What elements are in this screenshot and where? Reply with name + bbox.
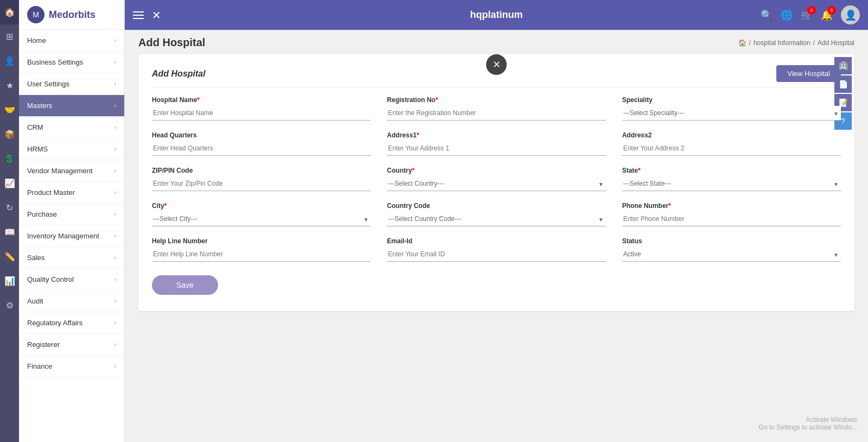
select-country-code[interactable]: ---Select Country Code---: [387, 212, 605, 226]
input-phone-number[interactable]: [622, 212, 841, 226]
chevron-icon: ›: [114, 211, 116, 217]
main-sidebar: M Medorbits Home › Business Settings › U…: [19, 0, 125, 442]
sidebar-item-crm-label: CRM: [27, 123, 43, 131]
select-wrapper-state: ---Select State---: [622, 176, 841, 191]
sidebar-item-sales[interactable]: Sales ›: [19, 247, 124, 269]
chevron-icon: ›: [114, 342, 116, 348]
sidebar-item-purchase[interactable]: Purchase ›: [19, 204, 124, 225]
icon-book[interactable]: 📖: [0, 220, 19, 244]
form-group-help-line-number: Help Line Number: [152, 237, 371, 262]
label-speciality: Speciality: [622, 96, 841, 104]
user-avatar[interactable]: 👤: [841, 5, 860, 24]
sidebar-item-inventory-management[interactable]: Inventory Management ›: [19, 225, 124, 247]
chevron-icon: ›: [114, 59, 116, 65]
form-group-state: State* ---Select State---: [622, 167, 841, 191]
input-hospital-name[interactable]: [152, 106, 371, 121]
icon-settings2[interactable]: ⚙: [0, 293, 19, 318]
sidebar-item-business-settings-label: Business Settings: [27, 58, 83, 66]
sidebar-item-hrms[interactable]: HRMS ›: [19, 138, 124, 160]
right-panel-icons: 🏥 📄 📝 ?: [832, 54, 854, 132]
icon-activity[interactable]: 📈: [0, 171, 19, 195]
sidebar-item-registerer-label: Registerer: [27, 340, 60, 349]
sidebar-item-purchase-label: Purchase: [27, 210, 57, 218]
sidebar-item-inventory-label: Inventory Management: [27, 232, 99, 240]
sidebar-item-quality-control[interactable]: Quality Control ›: [19, 269, 124, 291]
close-icon[interactable]: ✕: [152, 9, 161, 22]
notification-bell-icon[interactable]: 🔔 5: [821, 9, 833, 21]
modal-close-button[interactable]: ✕: [486, 54, 507, 75]
sidebar-item-audit-label: Audit: [27, 297, 43, 305]
sidebar-item-masters[interactable]: Masters ›: [19, 95, 124, 117]
breadcrumb-home-icon[interactable]: 🏠: [738, 39, 746, 47]
icon-chart[interactable]: 📊: [0, 269, 19, 293]
icon-refresh[interactable]: ↻: [0, 195, 19, 220]
sidebar-item-home[interactable]: Home ›: [19, 30, 124, 52]
content-area: ✕ hqplatinum 🔍 🌐 🛒 0 🔔 5 👤 ✕ Add Hospita…: [125, 0, 868, 442]
form-group-zip-pin-code: ZIP/PIN Code: [152, 167, 371, 191]
panel-hospital-icon[interactable]: 🏥: [834, 57, 852, 74]
activate-windows-line1: Activate Windows: [759, 416, 857, 424]
sidebar-item-quality-control-label: Quality Control: [27, 275, 74, 283]
hamburger-menu[interactable]: [133, 11, 144, 19]
form-group-country-code: Country Code ---Select Country Code---: [387, 202, 605, 226]
icon-grid[interactable]: ⊞: [0, 24, 19, 49]
icon-star[interactable]: ★: [0, 73, 19, 98]
label-country: Country*: [387, 167, 605, 174]
input-address2[interactable]: [622, 141, 841, 156]
translate-icon[interactable]: 🌐: [781, 9, 793, 21]
input-head-quarters[interactable]: [152, 141, 371, 156]
sidebar-item-vendor-management[interactable]: Vendor Management ›: [19, 160, 124, 182]
sidebar-item-user-settings[interactable]: User Settings ›: [19, 73, 124, 95]
label-address2: Address2: [622, 131, 841, 139]
page-header: Add Hospital 🏠 / hospital Information / …: [125, 30, 868, 52]
form-group-phone-number: Phone Number*: [622, 202, 841, 226]
form-card: 🏥 📄 📝 ? Add Hospital View Hospital Hospi…: [138, 54, 854, 311]
chevron-icon: ›: [114, 320, 116, 326]
sidebar-item-crm[interactable]: CRM ›: [19, 117, 124, 138]
sidebar-item-regulatory-affairs[interactable]: Regulatory Affairs ›: [19, 312, 124, 334]
icon-pen[interactable]: ✏️: [0, 244, 19, 269]
sidebar-item-product-master[interactable]: Product Master ›: [19, 182, 124, 204]
save-button[interactable]: Save: [152, 275, 218, 295]
navbar-right: 🔍 🌐 🛒 0 🔔 5 👤: [761, 5, 860, 24]
select-city[interactable]: ---Select City---: [152, 212, 371, 226]
sidebar-item-audit[interactable]: Audit ›: [19, 291, 124, 312]
select-wrapper-country-code: ---Select Country Code---: [387, 212, 605, 226]
sidebar-item-hrms-label: HRMS: [27, 145, 48, 153]
breadcrumb-section: hospital Information: [754, 39, 810, 47]
icon-box[interactable]: 📦: [0, 122, 19, 147]
input-address1[interactable]: [387, 141, 605, 156]
panel-doc-icon[interactable]: 📄: [834, 75, 852, 93]
input-registration-no[interactable]: [387, 106, 605, 121]
input-help-line-number[interactable]: [152, 247, 371, 262]
select-country[interactable]: ---Select Country---: [387, 176, 605, 191]
sidebar-item-finance[interactable]: Finance ›: [19, 356, 124, 377]
form-group-speciality: Speciality ---Select Speciality---: [622, 96, 841, 121]
search-icon[interactable]: 🔍: [761, 9, 773, 21]
icon-handshake[interactable]: 🤝: [0, 98, 19, 122]
label-phone-number: Phone Number*: [622, 202, 841, 210]
chevron-icon: ›: [114, 103, 116, 109]
select-wrapper-country: ---Select Country---: [387, 176, 605, 191]
chevron-icon: ›: [114, 363, 116, 369]
sidebar-item-masters-label: Masters: [27, 102, 52, 110]
sidebar-item-business-settings[interactable]: Business Settings ›: [19, 52, 124, 73]
select-speciality[interactable]: ---Select Speciality---: [622, 106, 841, 121]
input-zip-pin-code[interactable]: [152, 176, 371, 191]
select-state[interactable]: ---Select State---: [622, 176, 841, 191]
form-card-title: Add Hospital: [152, 69, 206, 79]
label-head-quarters: Head Quarters: [152, 131, 371, 139]
form-group-address1: Address1*: [387, 131, 605, 156]
icon-user[interactable]: 👤: [0, 49, 19, 73]
sidebar-item-registerer[interactable]: Registerer ›: [19, 334, 124, 356]
select-status[interactable]: Active Inactive: [622, 247, 841, 262]
icon-home[interactable]: 🏠: [0, 0, 19, 24]
chevron-icon: ›: [114, 81, 116, 87]
chevron-icon: ›: [114, 298, 116, 304]
form-group-hospital-name: Hospital Name*: [152, 96, 371, 121]
icon-dollar[interactable]: 💲: [0, 147, 19, 171]
input-email-id[interactable]: [387, 247, 605, 262]
cart-icon[interactable]: 🛒 0: [801, 9, 813, 21]
label-address1: Address1*: [387, 131, 605, 139]
select-wrapper-speciality: ---Select Speciality---: [622, 106, 841, 121]
